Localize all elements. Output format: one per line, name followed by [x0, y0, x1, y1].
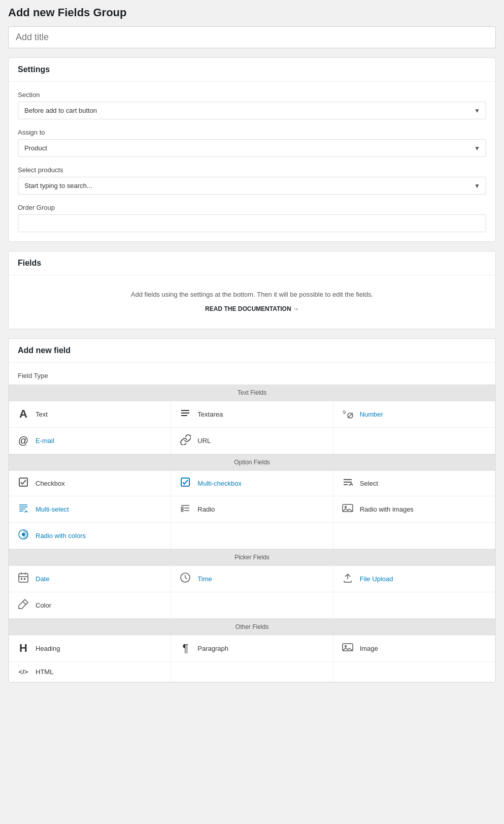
radio-icon	[178, 503, 192, 516]
field-multicheckbox[interactable]: Multi-checkbox	[171, 471, 333, 496]
url-icon	[178, 434, 192, 448]
date-label: Date	[36, 575, 49, 583]
other-fields-grid: H Heading ¶ Paragraph Image </> HTML	[9, 635, 495, 682]
add-field-header: Add new field	[9, 339, 495, 363]
field-time[interactable]: Time	[171, 566, 333, 592]
textarea-label: Textarea	[197, 410, 223, 418]
svg-line-33	[23, 601, 26, 605]
paragraph-icon: ¶	[178, 642, 192, 655]
field-number[interactable]: ⁹ Number	[333, 401, 495, 428]
paragraph-label: Paragraph	[197, 645, 228, 652]
option-fields-grid: Checkbox Multi-checkbox Select Multi-sel…	[9, 470, 495, 549]
file-upload-label: File Upload	[360, 575, 393, 583]
email-icon: @	[16, 435, 30, 447]
order-group-label: Order Group	[18, 204, 486, 211]
text-fields-grid: A Text Textarea ⁹ Number @ E-mail	[9, 401, 495, 454]
svg-point-16	[181, 507, 183, 509]
assign-label: Assign to	[18, 129, 486, 136]
section-select[interactable]: Before add to cart button	[18, 102, 486, 119]
assign-select[interactable]: Product	[18, 139, 486, 157]
field-color[interactable]: Color	[9, 592, 171, 619]
html-label: HTML	[36, 668, 53, 676]
empty-6	[171, 662, 333, 682]
option-fields-section: Option Fields	[9, 454, 495, 470]
order-group-input[interactable]: 0	[18, 214, 486, 232]
field-radio-colors[interactable]: Radio with colors	[9, 523, 171, 549]
field-paragraph[interactable]: ¶ Paragraph	[171, 636, 333, 662]
field-multiselect[interactable]: Multi-select	[9, 496, 171, 523]
svg-text:⁹: ⁹	[343, 409, 346, 418]
settings-card: Settings Section Before add to cart butt…	[8, 57, 496, 242]
color-icon	[16, 598, 30, 612]
empty-2	[171, 523, 333, 549]
field-textarea[interactable]: Textarea	[171, 401, 333, 428]
svg-rect-29	[24, 578, 25, 580]
text-icon: A	[16, 407, 30, 421]
field-file-upload[interactable]: File Upload	[333, 566, 495, 592]
text-label: Text	[36, 410, 48, 418]
empty-4	[171, 592, 333, 619]
picker-fields-grid: Date Time File Upload Color	[9, 565, 495, 619]
color-label: Color	[36, 601, 51, 609]
radio-colors-label: Radio with colors	[36, 532, 86, 540]
field-text[interactable]: A Text	[9, 401, 171, 428]
section-group: Section Before add to cart button ▼	[18, 91, 486, 119]
field-url[interactable]: URL	[171, 428, 333, 454]
email-label: E-mail	[36, 437, 54, 445]
heading-icon: H	[16, 642, 30, 655]
docs-link[interactable]: READ THE DOCUMENTATION →	[205, 304, 299, 314]
svg-point-21	[345, 506, 347, 508]
checkbox-icon	[16, 477, 30, 490]
select-products-group: Select products Start typing to search..…	[18, 166, 486, 195]
svg-point-35	[345, 645, 347, 647]
select-products-wrapper: Start typing to search... ▼	[18, 177, 486, 195]
select-icon	[341, 477, 355, 490]
page-title: Add new Fields Group	[8, 6, 496, 19]
other-fields-section: Other Fields	[9, 619, 495, 635]
field-select[interactable]: Select	[333, 471, 495, 496]
multicheckbox-icon	[178, 477, 192, 490]
field-html[interactable]: </> HTML	[9, 662, 171, 682]
number-label: Number	[360, 410, 383, 418]
svg-point-18	[181, 510, 183, 512]
fields-empty: Add fields using the settings at the bot…	[9, 275, 495, 329]
assign-group: Assign to Product ▼	[18, 129, 486, 157]
picker-fields-section: Picker Fields	[9, 549, 495, 565]
html-icon: </>	[16, 668, 30, 676]
date-icon	[16, 572, 30, 586]
title-input[interactable]	[8, 26, 496, 48]
order-group-group: Order Group 0	[18, 204, 486, 232]
section-label: Section	[18, 91, 486, 99]
textarea-icon	[178, 408, 192, 421]
number-icon: ⁹	[341, 407, 355, 421]
radio-label: Radio	[197, 505, 215, 513]
radio-images-label: Radio with images	[360, 505, 414, 513]
section-select-wrapper: Before add to cart button ▼	[18, 102, 486, 119]
field-image[interactable]: Image	[333, 636, 495, 662]
multiselect-icon	[16, 503, 30, 516]
empty-7	[333, 662, 495, 682]
select-products-label: Select products	[18, 166, 486, 174]
fields-card: Fields Add fields using the settings at …	[8, 251, 496, 329]
assign-select-wrapper: Product ▼	[18, 139, 486, 157]
select-products-select[interactable]: Start typing to search...	[18, 177, 486, 195]
svg-line-32	[185, 578, 187, 579]
field-email[interactable]: @ E-mail	[9, 428, 171, 454]
url-label: URL	[197, 437, 211, 445]
svg-rect-28	[21, 578, 22, 580]
select-label: Select	[360, 480, 378, 487]
fields-empty-message: Add fields using the settings at the bot…	[18, 290, 486, 300]
svg-rect-7	[181, 478, 189, 486]
field-date[interactable]: Date	[9, 566, 171, 592]
svg-point-23	[22, 533, 25, 536]
field-heading[interactable]: H Heading	[9, 636, 171, 662]
field-radio[interactable]: Radio	[171, 496, 333, 523]
field-radio-images[interactable]: Radio with images	[333, 496, 495, 523]
multiselect-label: Multi-select	[36, 505, 69, 513]
field-checkbox[interactable]: Checkbox	[9, 471, 171, 496]
empty-5	[333, 592, 495, 619]
text-fields-section: Text Fields	[9, 385, 495, 401]
field-type-label: Field Type	[18, 372, 486, 379]
image-label: Image	[360, 645, 378, 652]
radio-images-icon	[341, 502, 355, 516]
